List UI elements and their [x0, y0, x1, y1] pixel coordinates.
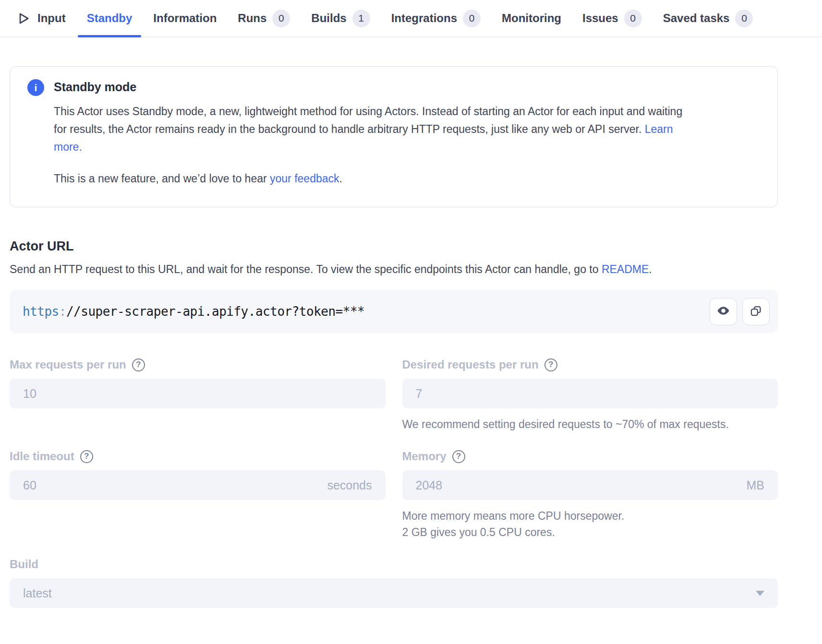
- tab-badge: 0: [272, 10, 290, 27]
- actor-url-value: https://super-scraper-api.apify.actor?to…: [23, 304, 364, 319]
- tab-label: Runs: [238, 12, 266, 25]
- play-icon: [16, 11, 31, 26]
- idle-timeout-input: 60 seconds: [10, 470, 386, 500]
- url-actions: [710, 298, 770, 325]
- desired-requests-value: 7: [416, 387, 423, 401]
- field-label-row: Max requests per run ?: [10, 358, 386, 371]
- build-value: latest: [23, 586, 52, 600]
- max-requests-input: 10: [10, 379, 386, 408]
- tab-label: Saved tasks: [663, 12, 730, 25]
- standby-notice: i Standby mode This Actor uses Standby m…: [10, 66, 778, 207]
- help-icon[interactable]: ?: [80, 450, 93, 463]
- max-requests-value: 10: [23, 387, 36, 401]
- idle-timeout-value: 60: [23, 478, 36, 492]
- tab-bar: Input Standby Information Runs 0 Builds …: [0, 0, 822, 37]
- memory-input: 2048 MB: [402, 470, 778, 500]
- copy-icon: [749, 304, 762, 319]
- info-icon: i: [27, 79, 44, 96]
- field-label-row: Idle timeout ?: [10, 450, 386, 463]
- desired-requests-help: We recommend setting desired requests to…: [402, 416, 778, 432]
- tab-badge: 1: [352, 10, 370, 27]
- memory-unit: MB: [747, 478, 765, 492]
- help-icon[interactable]: ?: [132, 358, 145, 371]
- actor-url-description-suffix: .: [649, 263, 652, 275]
- help-icon[interactable]: ?: [452, 450, 465, 463]
- tab-standby[interactable]: Standby: [78, 0, 142, 36]
- tab-builds[interactable]: Builds 1: [302, 0, 379, 36]
- feedback-text-suffix: .: [339, 172, 342, 185]
- tab-label: Issues: [582, 12, 618, 25]
- tab-label: Standby: [87, 12, 133, 25]
- idle-timeout-unit: seconds: [327, 478, 372, 492]
- chevron-down-icon: [756, 591, 764, 596]
- feedback-link[interactable]: your feedback: [270, 172, 339, 185]
- tab-integrations[interactable]: Integrations 0: [382, 0, 490, 36]
- tab-badge: 0: [463, 10, 481, 27]
- tab-information[interactable]: Information: [144, 0, 226, 36]
- feedback-text: This is a new feature, and we’d love to …: [54, 172, 267, 185]
- actor-url-description: Send an HTTP request to this URL, and wa…: [10, 261, 696, 278]
- readme-link[interactable]: README: [602, 263, 649, 275]
- standby-settings-form: Max requests per run ? 10 Desired reques…: [10, 358, 778, 608]
- url-scheme: https: [23, 304, 59, 319]
- tab-runs[interactable]: Runs 0: [229, 0, 299, 36]
- field-label-row: Desired requests per run ?: [402, 358, 778, 371]
- notice-body: Standby mode This Actor uses Standby mod…: [54, 78, 692, 188]
- tab-label: Builds: [311, 12, 346, 25]
- reveal-token-button[interactable]: [710, 298, 737, 325]
- url-rest: //super-scraper-api.apify.actor?token=**…: [66, 304, 364, 319]
- notice-feedback: This is a new feature, and we’d love to …: [54, 170, 692, 188]
- field-memory: Memory ? 2048 MB More memory means more …: [402, 450, 778, 540]
- actor-url-description-text: Send an HTTP request to this URL, and wa…: [10, 263, 599, 275]
- build-label: Build: [10, 558, 38, 571]
- notice-description-text: This Actor uses Standby mode, a new, lig…: [54, 105, 682, 135]
- desired-requests-input: 7: [402, 379, 778, 408]
- tab-issues[interactable]: Issues 0: [573, 0, 651, 36]
- field-desired-requests: Desired requests per run ? 7 We recommen…: [402, 358, 778, 432]
- actor-url-bar: https://super-scraper-api.apify.actor?to…: [10, 290, 778, 333]
- tab-label: Information: [153, 12, 217, 25]
- tab-input[interactable]: Input: [7, 0, 75, 36]
- notice-description: This Actor uses Standby mode, a new, lig…: [54, 103, 692, 156]
- url-colon: :: [59, 304, 66, 319]
- eye-icon: [716, 304, 730, 319]
- field-label-row: Memory ?: [402, 450, 778, 463]
- memory-label: Memory: [402, 450, 447, 463]
- field-build: Build latest: [10, 558, 778, 608]
- tab-saved-tasks[interactable]: Saved tasks 0: [654, 0, 762, 36]
- tab-monitoring[interactable]: Monitoring: [493, 0, 570, 36]
- tab-label: Integrations: [391, 12, 457, 25]
- tab-badge: 0: [735, 10, 753, 27]
- build-select: latest: [10, 578, 778, 608]
- help-icon[interactable]: ?: [544, 358, 557, 371]
- tab-badge: 0: [624, 10, 642, 27]
- field-max-requests: Max requests per run ? 10: [10, 358, 386, 408]
- memory-value: 2048: [416, 478, 443, 492]
- field-idle-timeout: Idle timeout ? 60 seconds: [10, 450, 386, 500]
- max-requests-label: Max requests per run: [10, 358, 126, 371]
- desired-requests-label: Desired requests per run: [402, 358, 539, 371]
- field-label-row: Build: [10, 558, 778, 571]
- memory-help: More memory means more CPU horsepower. 2…: [402, 508, 778, 540]
- copy-url-button[interactable]: [742, 298, 770, 325]
- actor-url-heading: Actor URL: [10, 239, 778, 254]
- tab-label: Input: [37, 12, 66, 25]
- memory-help-line1: More memory means more CPU horsepower.: [402, 510, 625, 522]
- memory-help-line2: 2 GB gives you 0.5 CPU cores.: [402, 526, 555, 538]
- tab-label: Monitoring: [502, 12, 561, 25]
- idle-timeout-label: Idle timeout: [10, 450, 74, 463]
- notice-title: Standby mode: [54, 78, 692, 94]
- standby-tab-content: i Standby mode This Actor uses Standby m…: [0, 66, 822, 627]
